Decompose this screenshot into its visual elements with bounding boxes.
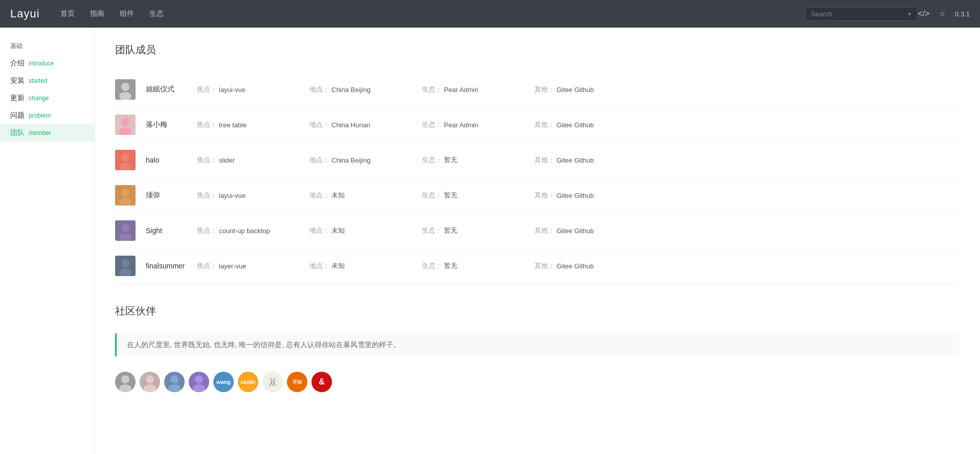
sidebar-en-change: change — [29, 95, 49, 102]
member-name: finalsummer — [146, 262, 197, 270]
svg-point-7 — [119, 198, 131, 206]
avatar-castle-label: castle — [241, 379, 255, 385]
community-avatar-3 — [164, 372, 185, 392]
svg-point-5 — [119, 163, 131, 170]
sidebar-zh-problem: 问题 — [10, 111, 25, 120]
code-icon[interactable]: </> — [918, 9, 929, 18]
table-row: Sight 焦点： count-up backtop 地点： 未知 生态： 暂无 — [115, 213, 960, 248]
community-section-title: 社区伙伴 — [115, 304, 960, 323]
sidebar-item-member[interactable]: 团队 member — [0, 124, 94, 142]
member-focus: 焦点： count-up backtop — [197, 226, 299, 235]
sidebar-zh-member: 团队 — [10, 128, 25, 138]
sidebar-en-started: started — [29, 77, 48, 84]
svg-point-8 — [121, 224, 129, 232]
member-focus: 焦点： slider — [197, 155, 299, 165]
community-section: 社区伙伴 在人的尺度里, 世界既无始, 也无终, 唯一的信仰是, 总有人认得你站… — [115, 304, 960, 392]
member-other: 其他： Gitee Github — [534, 85, 949, 94]
svg-point-0 — [121, 83, 129, 91]
main-nav: 首页 指南 组件 生态 — [60, 9, 806, 18]
nav-guide[interactable]: 指南 — [90, 9, 104, 18]
community-avatar-wang: wang — [213, 372, 234, 392]
search-placeholder: Search — [811, 10, 832, 18]
member-name: Sight — [146, 226, 197, 235]
member-name: 落小梅 — [146, 120, 197, 129]
member-focus: 焦点： layui-vue — [197, 191, 299, 200]
member-ecology: 生态： 暂无 — [422, 155, 524, 165]
member-other: 其他： Gitee Github — [534, 155, 949, 165]
svg-point-6 — [121, 189, 129, 197]
circle-icon[interactable]: ○ — [940, 9, 945, 18]
layout: 基础 介绍 introduce 安装 started 更新 change 问题 … — [0, 28, 980, 454]
member-ecology: 生态： 暂无 — [422, 261, 524, 270]
avatar — [115, 220, 136, 241]
logo: Layui — [10, 7, 40, 20]
nav-ecosystem[interactable]: 生态 — [149, 9, 164, 18]
table-row: 落小梅 焦点： tree table 地点： China Hunan 生态： P… — [115, 107, 960, 143]
sidebar-zh-introduce: 介绍 — [10, 59, 25, 68]
svg-point-2 — [121, 118, 129, 126]
team-section-title: 团队成员 — [115, 43, 960, 62]
member-ecology: 生态： 暂无 — [422, 226, 524, 235]
member-location: 地点： China Beijing — [309, 155, 412, 165]
table-row: finalsummer 焦点： layer-vue 地点： 未知 生态： 暂无 — [115, 248, 960, 284]
sidebar-en-introduce: introduce — [29, 60, 54, 67]
search-box[interactable]: Search ▼ — [805, 7, 918, 21]
community-avatar-rabbit: 🐰 — [262, 372, 283, 392]
member-ecology: 生态： Pear Admin — [422, 85, 524, 94]
member-other: 其他： Gitee Github — [534, 120, 949, 129]
member-location: 地点： 未知 — [309, 226, 412, 235]
member-list: 就眠仪式 焦点： layui-vue 地点： China Beijing 生态：… — [115, 72, 960, 284]
member-location: 地点： 未知 — [309, 261, 412, 270]
svg-point-1 — [119, 92, 131, 100]
svg-point-10 — [121, 259, 129, 267]
community-avatar-4 — [189, 372, 209, 392]
community-quote: 在人的尺度里, 世界既无始, 也无终, 唯一的信仰是, 总有人认得你站在暴风雪里… — [115, 333, 960, 356]
avatar — [115, 79, 136, 100]
member-location: 地点： China Hunan — [309, 120, 412, 129]
community-avatar-2 — [140, 372, 160, 392]
avatar — [115, 115, 136, 135]
search-dropdown-arrow: ▼ — [907, 11, 912, 17]
community-avatar-red: & — [311, 372, 332, 392]
community-avatar-castle: castle — [238, 372, 258, 392]
sidebar-en-member: member — [29, 129, 51, 137]
nav-components[interactable]: 组件 — [120, 9, 134, 18]
main-content: 团队成员 就眠仪式 焦点： layui-vue 地点： — [95, 28, 980, 454]
sidebar-item-change[interactable]: 更新 change — [0, 89, 94, 107]
member-location: 地点： China Beijing — [309, 85, 412, 94]
community-avatars: wang castle 🐰 开始 & — [115, 372, 960, 392]
sidebar-en-problem: problem — [29, 112, 51, 119]
member-location: 地点： 未知 — [309, 191, 412, 200]
member-focus: 焦点： tree table — [197, 120, 299, 129]
sidebar-item-problem[interactable]: 问题 problem — [0, 107, 94, 124]
avatar — [115, 185, 136, 206]
svg-point-4 — [121, 153, 129, 162]
svg-point-13 — [119, 384, 131, 392]
sidebar-zh-change: 更新 — [10, 94, 25, 103]
sidebar-zh-started: 安装 — [10, 76, 25, 85]
sidebar-item-started[interactable]: 安装 started — [0, 72, 94, 89]
svg-point-19 — [193, 384, 205, 392]
member-other: 其他： Gitee Github — [534, 261, 949, 270]
nav-home[interactable]: 首页 — [60, 9, 75, 18]
sidebar-item-introduce[interactable]: 介绍 introduce — [0, 55, 94, 72]
member-other: 其他： Gitee Github — [534, 226, 949, 235]
member-ecology: 生态： 暂无 — [422, 191, 524, 200]
header-right: </> ○ 0.3.1 — [918, 9, 970, 18]
table-row: 须弥 焦点： layui-vue 地点： 未知 生态： 暂无 其他： — [115, 178, 960, 213]
member-other: 其他： Gitee Github — [534, 191, 949, 200]
svg-point-18 — [195, 375, 203, 383]
sidebar: 基础 介绍 introduce 安装 started 更新 change 问题 … — [0, 28, 95, 454]
member-name: halo — [146, 156, 197, 164]
sidebar-section-basics: 基础 — [0, 38, 94, 55]
svg-point-17 — [168, 384, 181, 392]
team-section: 团队成员 就眠仪式 焦点： layui-vue 地点： — [115, 43, 960, 284]
avatar — [115, 150, 136, 170]
member-ecology: 生态： Pear Admin — [422, 120, 524, 129]
avatar-wang-label: wang — [216, 379, 231, 385]
table-row: halo 焦点： slider 地点： China Beijing 生态： 暂无 — [115, 143, 960, 178]
svg-point-15 — [144, 384, 156, 392]
member-name: 须弥 — [146, 191, 197, 200]
table-row: 就眠仪式 焦点： layui-vue 地点： China Beijing 生态：… — [115, 72, 960, 107]
community-avatar-1 — [115, 372, 136, 392]
